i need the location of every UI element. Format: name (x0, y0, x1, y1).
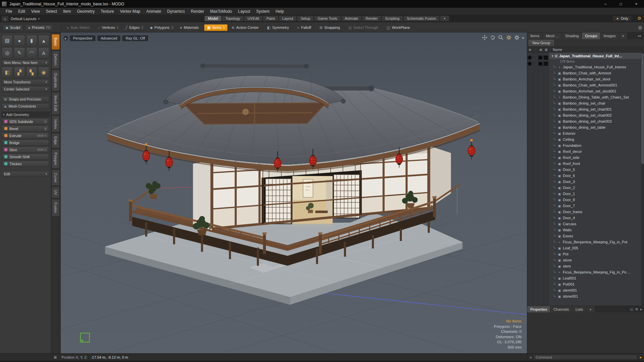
menu-item[interactable]: Dynamics (164, 8, 188, 14)
sculpt-button[interactable]: ◆ Sculpt (3, 24, 23, 31)
viewport-mode-button[interactable]: Perspective (70, 35, 96, 41)
tree-item[interactable]: + Ficus_Benjamina_Weeping_Fig_in_Po ... (549, 269, 644, 275)
tree-item[interactable]: ▣ Bamboo_dining_set_table (549, 124, 644, 130)
tree-item[interactable]: + Japan_Traditional_House_Full_Interior (549, 64, 644, 70)
layout-tab[interactable]: Model (205, 16, 221, 21)
snapping-button[interactable]: ⊞ Snapping (317, 24, 344, 31)
right-panel-tab[interactable]: Items (527, 33, 543, 39)
layout-tab[interactable]: Schematic Fusion (404, 16, 439, 21)
viewport-corner-icon[interactable]: ▸ (522, 36, 524, 40)
tree-item[interactable]: ▣ Door_3 (549, 179, 644, 185)
falloff-button[interactable]: ◐ Falloff (294, 24, 315, 31)
mesh-constraints-button[interactable]: ◈ Mesh Constraints (2, 103, 49, 109)
tree-item[interactable]: ▣ Pot (549, 251, 644, 257)
menu-item[interactable]: Layout (235, 8, 253, 14)
edges-button[interactable]: ╱ Edges 2 (123, 24, 146, 31)
geometry-tool-button[interactable]: SDS Subdivide D (2, 118, 49, 125)
layout-tab[interactable]: Scripting (382, 16, 403, 21)
tree-item[interactable]: ▣ Bamboo_Armchair_set_stool001 (549, 88, 644, 94)
action-center-button[interactable]: ⊕ Action Center (229, 24, 263, 31)
only-toggle[interactable]: ★ Only (613, 16, 631, 21)
visibility-toggle-icon[interactable]: ▦ (543, 60, 549, 66)
menu-item[interactable]: MaxToModo (207, 8, 235, 14)
right-panel-tab[interactable]: Shading (562, 33, 582, 39)
items-button[interactable]: ▦ Items 5 (204, 24, 227, 31)
tree-item[interactable]: ▣ Walls (549, 227, 644, 233)
menu-item[interactable]: Select (43, 8, 60, 14)
visibility-toggle-icon[interactable]: ◉ (527, 60, 533, 66)
layout-tab[interactable]: UVEdit (244, 16, 262, 21)
snaps-precision-button[interactable]: ⊞ Snaps and Precision (2, 96, 49, 102)
command-record-icon[interactable]: ● (639, 355, 642, 359)
viewport-3d-canvas[interactable] (61, 33, 527, 353)
layout-tab[interactable]: Animate (341, 16, 362, 21)
right-panel-tab[interactable]: Mesh ... (543, 33, 562, 39)
panel-list-icon[interactable]: ▤ (638, 25, 642, 30)
sphere-tool[interactable]: ● (14, 35, 25, 46)
tree-item[interactable]: ▣ Bamboo_dining_set_chair002 (549, 112, 644, 118)
tree-item[interactable]: ▣ Door_frame (549, 209, 644, 215)
tree-item[interactable]: ▣ stem (549, 263, 644, 269)
tree-item[interactable]: ▣ Roof_front (549, 161, 644, 167)
left-vertical-tab[interactable]: Curve (52, 170, 60, 186)
pen-tool[interactable]: ✎ (14, 47, 25, 59)
tree-item[interactable]: ▣ Carcass (549, 221, 644, 227)
shading-icon[interactable] (506, 35, 512, 40)
tree-item[interactable]: ▣ Door_6 (549, 173, 644, 179)
geometry-tool-button[interactable]: Thicken (2, 161, 49, 167)
orbit-icon[interactable] (490, 35, 495, 40)
tree-item[interactable]: + Ficus_Benjamina_Weeping_Fig_in_Pot (549, 239, 644, 245)
tree-item[interactable]: ▣ Bamboo_dining_set_chair (549, 100, 644, 106)
tree-item[interactable]: ▣ Exterior (549, 130, 644, 136)
tree-item[interactable]: ▣ Pot001 (549, 281, 644, 287)
tree-item[interactable]: ▣ Leaf_005 (549, 245, 644, 251)
tree-item[interactable]: ▣ Foundation (549, 142, 644, 148)
pan-icon[interactable] (482, 35, 487, 40)
menu-item[interactable]: System (253, 8, 273, 14)
visibility-toggle-icon[interactable]: ◌ (533, 60, 538, 66)
cylinder-tool[interactable]: ▮ (26, 35, 37, 46)
tree-root-item[interactable]: ▾ ▦ Japan_Traditional_House_Full_Int... (549, 53, 644, 59)
visibility-toggles-row[interactable]: ◉◌▣▦ (527, 54, 549, 60)
tree-item[interactable]: ▣ Roof_side (549, 155, 644, 161)
tree-item[interactable]: ▣ stem001 (549, 287, 644, 293)
minimize-button[interactable]: – (598, 0, 613, 8)
layout-tab[interactable]: + (440, 16, 449, 21)
layout-tab[interactable]: Layout (279, 16, 297, 21)
right-panel-tab[interactable]: Images (600, 33, 619, 39)
visibility-toggles-row[interactable]: ◉◌▣▦ (527, 60, 549, 66)
auto-select-button[interactable]: ▸ Auto Select (64, 24, 94, 31)
menu-item[interactable]: File (3, 8, 15, 14)
visibility-toggle-icon[interactable]: ◌ (533, 54, 538, 60)
layout-tab[interactable]: Paint (263, 16, 278, 21)
gear-icon[interactable]: ⚙ (637, 16, 641, 21)
viewport-mode-button[interactable]: Ray GL: Off (122, 35, 148, 41)
tree-item[interactable]: ▣ Eaves (549, 233, 644, 239)
viewport-collapse-icon[interactable]: ▸ (63, 36, 68, 41)
tree-item[interactable]: ▣ Bamboo_Chair_with_Armrest (549, 70, 644, 76)
visibility-toggle-icon[interactable]: ▣ (538, 54, 543, 60)
left-vertical-tab[interactable]: Basic (52, 34, 60, 50)
properties-tab[interactable]: Channels (550, 306, 572, 312)
tree-scrollbar[interactable] (641, 53, 644, 306)
symmetry-button[interactable]: ◧ Symmetry (264, 24, 293, 31)
tree-item[interactable]: ▣ Bamboo_Armchair_set_stool (549, 76, 644, 82)
select-through-button[interactable]: ▥ Select Through (345, 24, 383, 31)
right-panel-tab[interactable]: + (619, 33, 628, 39)
menu-item[interactable]: View (28, 8, 43, 14)
left-vertical-tab[interactable]: Polygon (52, 149, 60, 169)
add-geometry-header[interactable]: ▾ Add Geometry (1, 112, 50, 117)
geometry-tool-button[interactable]: Slice Shift-C (2, 146, 49, 153)
tree-item[interactable]: ▣ stone (549, 257, 644, 263)
visibility-toggle-icon[interactable]: ▣ (538, 60, 543, 66)
sculpt-blob-tool[interactable]: ◠ (26, 47, 37, 59)
tree-item[interactable]: ▣ Door_1 (549, 191, 644, 197)
presets-button[interactable]: ● Presets F6 (25, 24, 53, 31)
item-menu-dropdown[interactable]: Item Menu: New Item ▾ (2, 60, 49, 66)
panel-corner-icon[interactable]: ▸ (640, 307, 642, 311)
home-icon[interactable]: ⌂ (2, 16, 8, 21)
tree-item[interactable]: ▣ Ceiling (549, 136, 644, 142)
layout-tab[interactable]: Game Tools (314, 16, 341, 21)
tree-item[interactable]: ▣ Bamboo_dining_set_chair003 (549, 118, 644, 124)
more-transforms-dropdown[interactable]: More Transforms ▾ (2, 79, 49, 85)
